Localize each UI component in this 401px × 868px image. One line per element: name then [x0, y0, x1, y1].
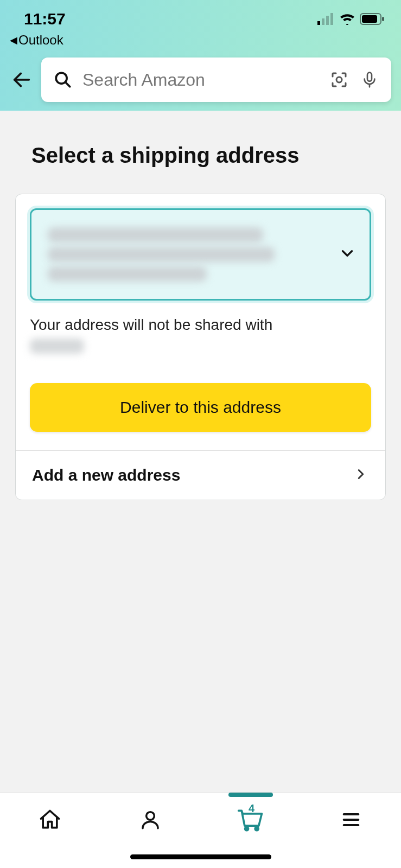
arrow-left-icon	[11, 69, 33, 91]
hint-text: Your address will not be shared with	[30, 316, 272, 333]
nav-account[interactable]	[129, 803, 172, 836]
search-icon	[52, 69, 74, 91]
svg-point-13	[245, 827, 248, 831]
battery-icon	[360, 13, 385, 25]
mic-icon[interactable]	[359, 69, 380, 91]
nav-menu[interactable]	[329, 803, 373, 836]
search-placeholder: Search Amazon	[82, 70, 320, 90]
svg-line-9	[65, 82, 70, 87]
camera-lens-icon[interactable]	[328, 69, 350, 91]
home-icon	[38, 808, 62, 832]
svg-rect-3	[330, 13, 333, 25]
add-new-address-label: Add a new address	[32, 466, 180, 484]
redacted-address-line	[48, 266, 207, 282]
nav-home[interactable]	[28, 803, 72, 836]
svg-rect-2	[326, 16, 329, 25]
cellular-icon	[317, 13, 335, 25]
cart-count-badge: 4	[249, 802, 254, 815]
deliver-button[interactable]: Deliver to this address	[30, 383, 371, 432]
search-box[interactable]: Search Amazon	[41, 58, 391, 102]
add-new-address-row[interactable]: Add a new address	[16, 450, 385, 500]
chevron-down-icon	[338, 244, 357, 265]
hamburger-icon	[340, 809, 362, 831]
page-title: Select a shipping address	[31, 143, 370, 168]
svg-rect-1	[322, 18, 324, 25]
redacted-seller-name	[30, 339, 84, 354]
svg-rect-11	[367, 73, 372, 81]
redacted-address-line	[48, 247, 275, 262]
bottom-nav: 4	[0, 792, 401, 868]
active-tab-indicator	[228, 793, 273, 797]
svg-point-14	[255, 827, 258, 831]
svg-point-12	[147, 812, 155, 820]
address-card: Your address will not be shared with Del…	[15, 194, 386, 500]
address-share-hint: Your address will not be shared with	[30, 315, 371, 356]
back-triangle-icon: ◀	[10, 34, 17, 46]
chevron-right-icon	[353, 466, 369, 484]
status-time: 11:57	[24, 10, 66, 28]
svg-point-10	[336, 77, 342, 82]
selected-address-dropdown[interactable]	[30, 208, 371, 301]
back-to-app[interactable]: ◀ Outlook	[0, 30, 401, 58]
nav-cart[interactable]: 4	[229, 803, 272, 836]
status-bar: 11:57	[0, 10, 401, 30]
nav-back-button[interactable]	[10, 68, 34, 92]
svg-rect-6	[382, 17, 384, 21]
back-app-label: Outlook	[18, 33, 63, 48]
user-icon	[139, 808, 162, 831]
wifi-icon	[339, 13, 355, 25]
home-indicator[interactable]	[130, 854, 271, 859]
redacted-address-line	[48, 227, 263, 242]
status-icons	[317, 13, 385, 25]
svg-rect-0	[317, 21, 320, 25]
svg-rect-5	[362, 15, 377, 23]
